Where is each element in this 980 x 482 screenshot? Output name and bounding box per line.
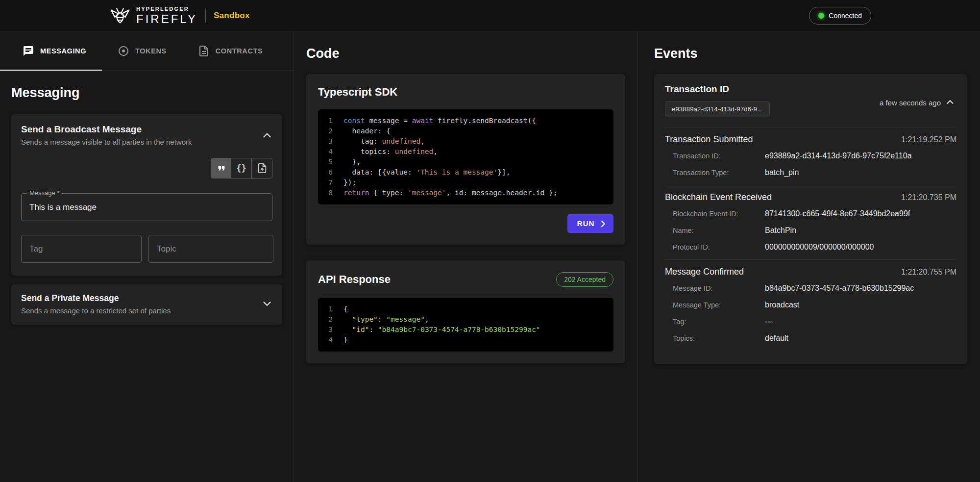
api-card-title: API Response [318,273,391,286]
brand-hyperledger: HYPERLEDGER [136,6,197,12]
line-number: 4 [327,335,333,345]
event-detail-row: Topics:default [665,330,956,347]
upload-file-icon [257,163,268,174]
private-card-subtitle: Sends a message to a restricted set of p… [21,306,255,315]
contract-file-icon [198,45,210,57]
tab-messaging-label: MESSAGING [40,47,86,55]
sandbox-label: Sandbox [214,11,250,21]
tab-messaging[interactable]: MESSAGING [0,31,102,70]
message-input[interactable] [22,194,272,221]
tab-tokens[interactable]: TOKENS [102,31,182,70]
event-detail-value: 87141300-c665-49f4-8e67-3449bd2ea99f [765,209,910,218]
line-number: 8 [327,188,333,198]
run-button[interactable]: RUN [567,214,613,233]
event-detail-label: Name: [673,227,765,234]
connection-status-label: Connected [829,12,862,20]
event-detail-value: --- [765,317,773,326]
transaction-id-row: e93889a2-d314-413d-97d6-9... a few secon… [665,101,956,117]
line-number: 5 [327,157,333,167]
tab-tokens-label: TOKENS [135,47,167,55]
code-section-title: Code [306,46,625,61]
event-title: Blockchain Event Received [665,192,772,203]
private-card-title: Send a Private Message [21,293,255,304]
event-detail-label: Message ID: [673,284,765,292]
brand-divider [205,8,206,23]
code-line: 1const message = await firefly.sendBroad… [327,116,605,126]
events-section-title: Events [654,46,967,61]
collapse-broadcast-button[interactable] [260,128,274,144]
json-toggle-button[interactable]: {} [231,158,252,178]
page: HYPERLEDGER FIREFLY Sandbox Connected ME… [0,0,980,482]
time-ago-wrap: a few seconds ago [880,96,956,110]
code-line: 1{ [327,304,605,314]
chevron-up-icon [261,129,273,142]
event-detail-label: Message Type: [673,301,765,309]
chevron-up-icon [945,97,956,107]
event-detail-label: Transaction Type: [673,169,765,177]
tag-topic-row [21,235,272,263]
main-tabs: MESSAGING TOKENS CONTRACTS [0,31,294,71]
event-timestamp: 1:21:19.252 PM [901,135,956,144]
api-response-header: API Response 202 Accepted [318,272,613,287]
tag-input[interactable] [21,235,142,263]
green-status-dot [818,13,824,19]
topic-input[interactable] [148,235,273,263]
event-detail-value: b84a9bc7-0373-4574-a778-b630b15299ac [765,284,914,293]
broadcast-card-title: Send a Broadcast Message [21,124,272,135]
line-number: 2 [327,126,333,136]
event-detail-label: Transaction ID: [673,152,765,160]
status-202-badge: 202 Accepted [556,272,613,287]
broadcast-message-card: Send a Broadcast Message Sends a message… [11,114,282,276]
expand-private-button[interactable] [260,297,274,313]
event-detail-value: broadcast [765,301,799,309]
code-line: 5 }, [327,157,605,167]
event-group: Message Confirmed1:21:20.755 PMMessage I… [665,259,956,351]
event-detail-row: Message Type:broadcast [665,297,956,313]
brand-firefly: FIREFLY [136,13,197,25]
line-number: 3 [327,325,333,335]
quote-toggle-button[interactable] [211,158,231,178]
event-group-header: Transaction Submitted1:21:19.252 PM [665,129,956,148]
events-card: Transaction ID e93889a2-d314-413d-97d6-9… [654,74,967,364]
event-list: Transaction Submitted1:21:19.252 PMTrans… [665,127,956,351]
messaging-column: MESSAGING TOKENS CONTRACTS [0,31,294,482]
message-field[interactable]: Message * [21,193,272,221]
code-line: 7}); [327,178,605,188]
code-line: 2 header: { [327,126,605,136]
message-field-label: Message * [27,189,62,197]
messaging-body: Messaging Send a Broadcast Message Sends… [0,71,294,325]
code-line: 3 "id": "b84a9bc7-0373-4574-a778-b630b15… [327,325,605,335]
event-group: Transaction Submitted1:21:19.252 PMTrans… [665,127,956,185]
event-detail-row: Transaction Type:batch_pin [665,164,956,181]
api-code-block: 1{2 "type": "message",3 "id": "b84a9bc7-… [318,298,613,352]
code-line: 6 data: [{value: 'This is a message'}], [327,167,605,178]
collapse-transaction-button[interactable] [944,96,956,110]
line-number: 1 [327,304,333,314]
broadcast-card-subtitle: Sends a message visible to all parties i… [21,138,272,146]
app-header: HYPERLEDGER FIREFLY Sandbox Connected [0,0,980,31]
event-detail-label: Protocol ID: [673,243,765,251]
code-line: 8return { type: 'message', id: message.h… [327,188,605,198]
private-message-card[interactable]: Send a Private Message Sends a message t… [11,284,282,325]
code-line: 3 tag: undefined, [327,136,605,147]
event-detail-value: e93889a2-d314-413d-97d6-97c75f2e110a [765,152,912,160]
api-response-card: API Response 202 Accepted 1{2 "type": "m… [306,260,625,363]
token-circle-icon [118,45,129,57]
line-number: 4 [327,147,333,157]
message-type-toggle-group: {} [21,158,272,178]
transaction-id-title: Transaction ID [665,84,956,95]
event-title: Message Confirmed [665,267,744,277]
code-column: Code Typescript SDK 1const message = awa… [294,31,638,482]
line-number: 7 [327,178,333,188]
event-detail-label: Tag: [673,318,765,326]
tab-contracts[interactable]: CONTRACTS [182,31,278,70]
upload-file-toggle-button[interactable] [252,158,272,178]
event-detail-row: Transaction ID:e93889a2-d314-413d-97d6-9… [665,148,956,164]
code-line: 2 "type": "message", [327,314,605,325]
tab-contracts-label: CONTRACTS [216,47,263,55]
event-timestamp: 1:21:20.735 PM [901,193,956,202]
chevron-down-icon [261,298,273,310]
event-group-header: Blockchain Event Received1:21:20.735 PM [665,187,956,205]
time-ago-label: a few seconds ago [880,99,941,107]
typescript-sdk-card: Typescript SDK 1const message = await fi… [306,74,625,245]
